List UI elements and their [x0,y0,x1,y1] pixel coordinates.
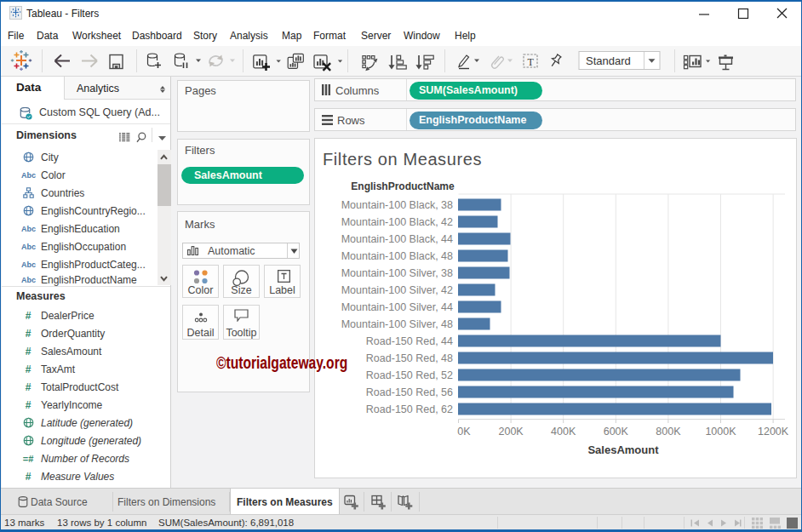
svg-text:600K: 600K [604,426,629,438]
svg-text:Mountain-100 Silver, 44: Mountain-100 Silver, 44 [341,301,453,313]
svg-text:Road-150 Red, 44: Road-150 Red, 44 [366,335,453,347]
svg-text:Road-150 Red, 56: Road-150 Red, 56 [366,386,453,398]
svg-text:Road-150 Red, 52: Road-150 Red, 52 [366,369,453,381]
svg-text:1000K: 1000K [705,426,736,438]
svg-text:SalesAmount: SalesAmount [587,443,659,456]
svg-text:0K: 0K [457,426,471,438]
svg-text:Standard: Standard [586,54,631,67]
svg-text:Mountain-100 Black, 44: Mountain-100 Black, 44 [341,233,453,245]
svg-text:Road-150 Red, 48: Road-150 Red, 48 [366,352,453,364]
svg-text:T: T [528,56,535,68]
svg-text:400K: 400K [551,426,576,438]
svg-text:Mountain-100 Silver, 42: Mountain-100 Silver, 42 [341,284,453,296]
svg-text:Mountain-100 Silver, 48: Mountain-100 Silver, 48 [341,318,453,330]
svg-text:Road-150 Red, 62: Road-150 Red, 62 [366,403,453,415]
svg-text:Mountain-100 Black, 48: Mountain-100 Black, 48 [341,250,453,262]
svg-text:Mountain-100 Silver, 38: Mountain-100 Silver, 38 [341,267,453,279]
svg-text:Mountain-100 Black, 38: Mountain-100 Black, 38 [341,199,453,211]
svg-text:800K: 800K [656,426,681,438]
svg-text:1200K: 1200K [758,426,789,438]
svg-text:200K: 200K [498,426,524,438]
svg-text:EnglishProductName: EnglishProductName [351,180,455,192]
svg-text:Mountain-100 Black, 42: Mountain-100 Black, 42 [341,216,453,228]
